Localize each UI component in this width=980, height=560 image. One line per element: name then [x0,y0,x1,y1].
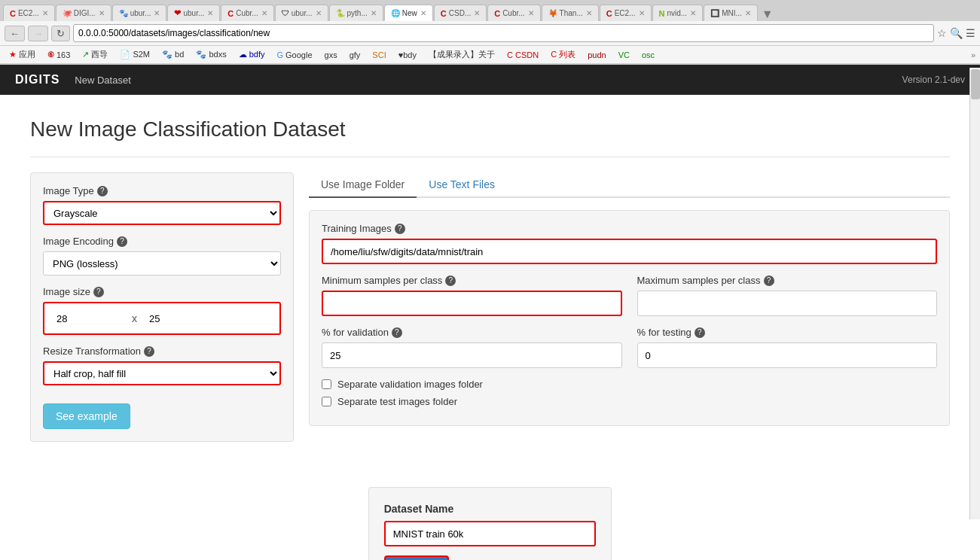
image-encoding-select[interactable]: PNG (lossless) JPEG None [43,251,281,275]
min-samples-help-icon[interactable]: ? [445,275,456,286]
pct-validation-input[interactable] [322,342,622,368]
tab-cubr[interactable]: CCubr...✕ [221,5,273,21]
pct-testing-label: % for testing ? [637,327,938,338]
right-panel: Use Image Folder Use Text Files Training… [309,172,950,442]
max-samples-label: Maximum samples per class ? [637,275,938,286]
tab-close[interactable]: ✕ [154,9,160,17]
image-encoding-group: Image Encoding ? PNG (lossless) JPEG Non… [43,236,281,275]
max-samples-help-icon[interactable]: ? [764,275,774,286]
app-header: DIGITS New Dataset Version 2.1-dev [0,65,980,95]
tab-ubur2[interactable]: ❤ubur...✕ [167,5,220,21]
image-size-help-icon[interactable]: ? [93,287,104,297]
tab-close[interactable]: ✕ [371,9,377,17]
tab-ec2-1[interactable]: CEC2...✕ [3,5,55,21]
back-button[interactable]: ← [5,26,25,41]
bookmark-vc[interactable]: VC [614,49,634,61]
training-images-input[interactable] [322,239,937,264]
image-encoding-label: Image Encoding ? [43,236,281,247]
create-button[interactable]: Create [384,555,449,560]
apps-bookmark[interactable]: ★ 应用 [5,47,40,62]
browser-chrome: CEC2...✕ 🐙DIGI...✕ 🐾ubur...✕ ❤ubur...✕ C… [0,0,980,65]
image-encoding-help-icon[interactable]: ? [117,236,127,247]
bookmark-s2m[interactable]: 📄 S2M [115,48,154,61]
tab-than[interactable]: 🦊Than...✕ [542,5,599,21]
address-bar[interactable] [73,24,934,42]
left-panel: Image Type ? Grayscale Color Image Encod… [30,172,294,442]
version-text: Version 2.1-dev [902,75,965,85]
bookmark-bdxs[interactable]: 🐾 bdxs [191,48,230,61]
form-panel: Training Images ? Minimum samples per cl… [309,210,950,426]
bookmark-gxs[interactable]: gxs [320,49,342,61]
image-width-input[interactable] [50,306,126,330]
tab-close[interactable]: ✕ [42,9,48,17]
image-type-select[interactable]: Grayscale Color [43,201,281,225]
bookmark-csdn[interactable]: C CSDN [502,49,543,61]
pct-validation-label: % for validation ? [322,327,622,338]
max-samples-input[interactable] [637,291,938,316]
bookmark-xidao[interactable]: ↗ 西导 [78,47,112,62]
new-tab-button[interactable]: ▼ [762,8,774,21]
pct-validation-help-icon[interactable]: ? [392,327,402,338]
bookmark-bdfy[interactable]: ☁ bdfy [234,48,270,61]
bookmark-chengguo[interactable]: 【成果录入】关于 [424,47,499,62]
image-size-group: Image size ? x [43,286,281,335]
tab-digi[interactable]: 🐙DIGI...✕ [56,5,111,21]
image-height-input[interactable] [143,306,218,330]
scrollbar-thumb[interactable] [971,69,980,99]
resize-transform-select[interactable]: Half crop, half fill Squash Crop Fill [43,361,281,385]
tab-use-text-files[interactable]: Use Text Files [417,172,507,196]
resize-transform-help-icon[interactable]: ? [144,346,154,357]
tab-close[interactable]: ✕ [207,9,213,17]
tab-close[interactable]: ✕ [745,9,751,17]
tab-close[interactable]: ✕ [690,9,696,17]
tab-close[interactable]: ✕ [528,9,534,17]
tab-close[interactable]: ✕ [420,9,426,17]
tab-close[interactable]: ✕ [99,9,105,17]
min-samples-input[interactable] [322,291,622,316]
sep-validation-checkbox[interactable] [322,379,331,389]
tab-use-image-folder[interactable]: Use Image Folder [309,172,417,198]
menu-icon[interactable]: ☰ [966,27,975,39]
main-layout: Image Type ? Grayscale Color Image Encod… [30,172,950,442]
image-type-help-icon[interactable]: ? [97,186,108,196]
bookmark-list[interactable]: C 列表 [546,47,580,62]
tab-close[interactable]: ✕ [639,9,645,17]
sep-test-checkbox[interactable] [322,397,331,406]
dataset-name-input[interactable] [384,521,597,546]
tab-ec2-2[interactable]: CEC2...✕ [600,5,652,21]
zoom-icon[interactable]: 🔍 [950,27,963,39]
bookmark-pudn[interactable]: pudn [583,49,610,61]
pct-testing-input[interactable] [637,342,938,368]
tab-nvid[interactable]: Nnvid...✕ [652,5,704,21]
training-images-help-icon[interactable]: ? [395,224,405,234]
see-example-button[interactable]: See example [43,403,130,429]
bookmark-osc[interactable]: osc [637,49,659,61]
reload-button[interactable]: ↻ [51,26,70,41]
tab-mni[interactable]: 🔲MNI...✕ [704,5,758,21]
bookmark-163[interactable]: ⑥ 163 [43,49,75,61]
tab-pyth[interactable]: 🐍pyth...✕ [329,5,383,21]
bookmark-google[interactable]: G Google [273,49,317,61]
bookmark-gfy[interactable]: gfy [345,49,365,61]
tab-new[interactable]: 🌐New✕ [384,5,433,21]
tab-close[interactable]: ✕ [586,9,592,17]
bookmarks-more[interactable]: » [971,50,975,59]
tab-close[interactable]: ✕ [316,9,322,17]
tab-cubr2[interactable]: CCubr...✕ [487,5,540,21]
pct-testing-help-icon[interactable]: ? [695,327,705,338]
bookmark-sci[interactable]: SCI [368,49,390,61]
scrollbar[interactable] [969,68,980,519]
bookmark-bd[interactable]: 🐾 bd [157,48,188,61]
divider [30,157,950,157]
new-dataset-nav[interactable]: New Dataset [75,75,130,86]
bookmark-bdy[interactable]: ♥bdy [394,49,421,61]
tab-ubur3[interactable]: 🛡ubur...✕ [275,5,328,21]
forward-button[interactable]: → [28,26,48,41]
min-samples-label: Minimum samples per class ? [322,275,622,286]
size-separator: x [132,312,137,324]
tab-ubur1[interactable]: 🐾ubur...✕ [112,5,167,21]
bookmark-star[interactable]: ☆ [937,27,947,39]
tab-close[interactable]: ✕ [474,9,480,17]
tab-close[interactable]: ✕ [261,9,267,17]
tab-csd[interactable]: CCSD...✕ [434,5,487,21]
